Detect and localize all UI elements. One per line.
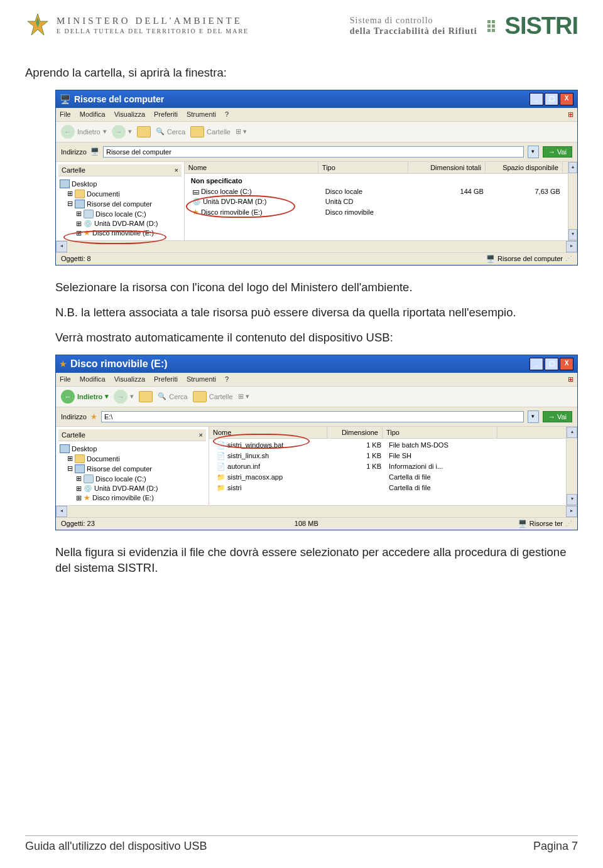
tree-dvd-d[interactable]: ⊞ 💿Unità DVD-RAM (D:) (58, 484, 206, 493)
tree-disco-c[interactable]: ⊞ Disco locale (C:) (58, 474, 206, 484)
list-row[interactable]: 📄 sistri_linux.sh1 KBFile SH (210, 451, 565, 461)
toolbar: ←Indietro ▾ → ▾ 🔍 Cerca Cartelle ⊞ ▾ (56, 122, 577, 142)
list-row[interactable]: 🖴 Disco locale (C:)Disco locale144 GB7,6… (186, 186, 567, 196)
list-group: Non specificato (186, 175, 567, 186)
minimize-button[interactable]: _ (530, 93, 543, 105)
menu-strumenti[interactable]: Strumenti (187, 375, 216, 383)
list-row[interactable]: 💿 Unità DVD-RAM (D:)Unità CD (186, 196, 567, 207)
page-footer: Guida all'utilizzo del dispositivo USB P… (25, 835, 578, 853)
address-input[interactable] (103, 146, 524, 158)
tree-panel: Cartelle× Desktop ⊞ Documenti ⊟ Risorse … (56, 427, 209, 505)
titlebar[interactable]: 🖥️ Risorse del computer _ ▢ X (56, 90, 577, 108)
windows-flag-icon: ⊞ (568, 375, 573, 383)
address-bar: Indirizzo ★ ▾ → Vai (56, 407, 577, 427)
tree-close[interactable]: × (174, 166, 178, 174)
computer-icon: 🖥️ (60, 94, 70, 104)
folders-button[interactable]: Cartelle (190, 126, 231, 137)
close-button[interactable]: X (560, 358, 573, 370)
window-title: Risorse del computer (74, 94, 164, 104)
address-dropdown[interactable]: ▾ (528, 410, 539, 423)
menu-preferiti[interactable]: Preferiti (154, 110, 178, 119)
star-icon: ★ (90, 413, 97, 421)
go-button[interactable]: → Vai (543, 146, 572, 158)
tree-close[interactable]: × (199, 431, 203, 439)
search-button[interactable]: 🔍 Cerca (156, 127, 185, 136)
paragraph-intro: Aprendo la cartella, si aprirà la finest… (25, 65, 578, 81)
menu-modifica[interactable]: Modifica (80, 110, 106, 119)
vscroll[interactable]: ▴▾ (566, 427, 577, 505)
tree-panel: Cartelle× Desktop ⊞ Documenti ⊟ Risorse … (56, 162, 185, 240)
folders-button[interactable]: Cartelle (193, 391, 233, 402)
menu-modifica[interactable]: Modifica (80, 375, 106, 383)
tree-header: Cartelle (62, 166, 85, 174)
list-row[interactable]: 📄 autorun.inf1 KBInformazioni di i... (210, 461, 565, 472)
list-row[interactable]: 📁 sistri_macosx.appCartella di file (210, 472, 565, 483)
col-spazio[interactable]: Spazio disponibile (486, 162, 563, 173)
list-row[interactable]: ★ Disco rimovibile (E:)Disco rimovibile (186, 207, 567, 217)
views-button[interactable]: ⊞ ▾ (236, 127, 247, 136)
menu-visualizza[interactable]: Visualizza (114, 110, 145, 119)
tree-documenti[interactable]: ⊞ Documenti (58, 454, 206, 464)
sistri-tag-1: Sistema di controllo (350, 16, 477, 26)
menu-preferiti[interactable]: Preferiti (154, 375, 178, 383)
sistri-dots-icon (487, 20, 495, 32)
paragraph-4: Verrà mostrato automaticamente il conten… (55, 330, 578, 346)
address-dropdown[interactable]: ▾ (528, 146, 539, 158)
ministry-block: MINISTERO DELL'AMBIENTE E DELLA TUTELA D… (25, 13, 249, 38)
menubar: File Modifica Visualizza Preferiti Strum… (56, 373, 577, 387)
address-input[interactable] (101, 411, 524, 422)
tree-disco-c[interactable]: ⊞ Disco locale (C:) (58, 209, 182, 219)
paragraph-2: Selezionare la risorsa con l'icona del l… (55, 279, 578, 296)
tree-risorse[interactable]: ⊟ Risorse del computer (58, 199, 182, 209)
menu-visualizza[interactable]: Visualizza (114, 375, 145, 383)
tree-rimov-e[interactable]: ⊞ ★Disco rimovibile (E:) (58, 228, 182, 238)
tree-risorse[interactable]: ⊟ Risorse del computer (58, 464, 206, 474)
menubar: File Modifica Visualizza Preferiti Strum… (56, 108, 577, 122)
col-nome[interactable]: Nome (185, 162, 318, 173)
menu-strumenti[interactable]: Strumenti (187, 110, 216, 119)
go-button[interactable]: → Vai (543, 411, 572, 422)
vscroll[interactable]: ▴▾ (568, 162, 577, 240)
col-tipo[interactable]: Tipo (318, 162, 408, 173)
tree-rimov-e[interactable]: ⊞ ★Disco rimovibile (E:) (58, 493, 206, 503)
window-risorse: 🖥️ Risorse del computer _ ▢ X File Modif… (55, 90, 578, 265)
paragraph-3: N.B. la lettera associata a tale risorsa… (55, 304, 578, 321)
status-right: Risorse del computer (497, 255, 563, 262)
document-header: MINISTERO DELL'AMBIENTE E DELLA TUTELA D… (25, 13, 578, 40)
tree-documenti[interactable]: ⊞ Documenti (58, 189, 182, 199)
tree-dvd-d[interactable]: ⊞ 💿Unità DVD-RAM (D:) (58, 219, 182, 228)
address-bar: Indirizzo 🖥️ ▾ → Vai (56, 142, 577, 162)
col-dim[interactable]: Dimensione (327, 427, 383, 438)
star-icon: ★ (60, 360, 67, 368)
list-row[interactable]: 📁 sistriCartella di file (210, 483, 565, 493)
tree-header: Cartelle (62, 431, 85, 439)
footer-right: Pagina 7 (533, 840, 578, 853)
back-button[interactable]: ←Indietro ▾ (61, 125, 107, 139)
titlebar[interactable]: ★ Disco rimovibile (E:) _ ▢ X (56, 355, 577, 373)
views-button[interactable]: ⊞ ▾ (238, 392, 249, 400)
forward-button[interactable]: → ▾ (114, 390, 134, 404)
search-button[interactable]: 🔍 Cerca (158, 392, 187, 400)
tree-desktop[interactable]: Desktop (58, 179, 182, 189)
list-row[interactable]: 📄 sistri_windows.bat1 KBFile batch MS-DO… (210, 440, 565, 451)
menu-help[interactable]: ? (225, 375, 229, 383)
forward-button[interactable]: → ▾ (112, 125, 132, 139)
maximize-button[interactable]: ▢ (545, 358, 558, 370)
close-button[interactable]: X (560, 93, 573, 105)
col-nome[interactable]: Nome (209, 427, 327, 438)
minimize-button[interactable]: _ (530, 358, 543, 370)
hscroll[interactable]: ◂▸ (56, 505, 577, 517)
up-button[interactable] (137, 126, 151, 137)
menu-file[interactable]: File (60, 110, 71, 119)
col-tipo[interactable]: Tipo (383, 427, 497, 438)
menu-help[interactable]: ? (225, 110, 229, 119)
up-button[interactable] (139, 391, 153, 402)
back-button[interactable]: ←Indietro ▾ (61, 390, 109, 404)
menu-file[interactable]: File (60, 375, 71, 383)
tree-desktop[interactable]: Desktop (58, 444, 206, 454)
hscroll[interactable]: ◂▸ (56, 240, 577, 252)
computer-icon: 🖥️ (90, 147, 99, 156)
maximize-button[interactable]: ▢ (545, 93, 558, 105)
sistri-block: Sistema di controllo della Tracciabilità… (350, 13, 578, 40)
col-dim[interactable]: Dimensioni totali (408, 162, 486, 173)
